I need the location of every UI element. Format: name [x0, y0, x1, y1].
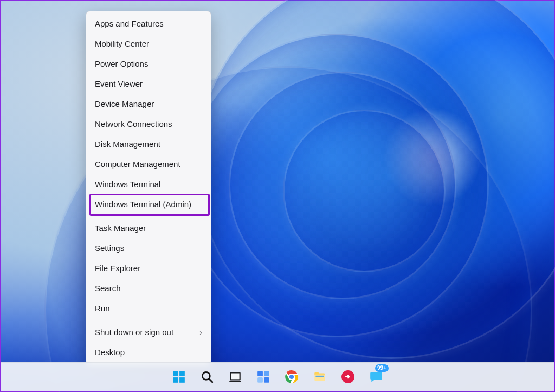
svg-rect-0	[173, 371, 178, 376]
svg-rect-12	[264, 377, 269, 383]
menu-item-label: Mobility Center	[95, 39, 149, 48]
menu-item-disk-management[interactable]: Disk Management	[86, 134, 211, 154]
desktop-wallpaper	[1, 1, 554, 391]
taskbar: 99+	[1, 362, 554, 391]
menu-item-label: Windows Terminal (Admin)	[95, 200, 191, 209]
svg-rect-2	[173, 377, 178, 383]
menu-item-label: Search	[95, 284, 121, 293]
svg-rect-16	[315, 376, 324, 377]
menu-item-label: Computer Management	[95, 159, 180, 169]
menu-item-power-options[interactable]: Power Options	[86, 54, 211, 74]
menu-item-desktop[interactable]: Desktop	[86, 342, 211, 362]
menu-item-label: File Explorer	[95, 264, 140, 273]
menu-item-label: Event Viewer	[95, 79, 143, 88]
folder-icon	[313, 370, 327, 384]
menu-separator	[89, 216, 208, 216]
task-view-icon	[228, 370, 242, 384]
svg-rect-9	[257, 371, 263, 376]
notification-badge: 99+	[375, 364, 389, 372]
taskbar-app-button[interactable]	[337, 365, 359, 388]
taskbar-widgets-button[interactable]	[252, 365, 275, 388]
start-context-menu[interactable]: Apps and FeaturesMobility CenterPower Op…	[86, 11, 211, 365]
screen: Apps and FeaturesMobility CenterPower Op…	[0, 0, 555, 392]
menu-item-label: Disk Management	[95, 139, 160, 149]
svg-rect-1	[179, 371, 185, 376]
svg-rect-11	[257, 377, 263, 383]
menu-item-windows-terminal[interactable]: Windows Terminal	[86, 174, 211, 194]
menu-item-label: Desktop	[95, 348, 125, 357]
menu-item-label: Run	[95, 304, 110, 313]
svg-rect-10	[264, 371, 269, 376]
menu-item-label: Shut down or sign out	[95, 327, 173, 337]
menu-item-windows-terminal-admin[interactable]: Windows Terminal (Admin)	[86, 194, 211, 214]
menu-item-label: Power Options	[95, 59, 148, 68]
svg-rect-8	[229, 381, 241, 382]
widgets-icon	[256, 370, 270, 384]
taskbar-notifications-button[interactable]: 99+	[365, 365, 388, 388]
menu-item-run[interactable]: Run	[86, 298, 211, 318]
menu-item-label: Network Connections	[95, 119, 172, 128]
svg-line-5	[209, 379, 212, 382]
menu-item-task-manager[interactable]: Task Manager	[86, 218, 211, 238]
taskbar-search-button[interactable]	[196, 365, 218, 388]
menu-item-label: Windows Terminal	[95, 179, 160, 189]
chevron-right-icon: ›	[199, 328, 202, 337]
svg-rect-3	[179, 377, 185, 383]
app-circle-icon	[341, 370, 355, 384]
menu-item-event-viewer[interactable]: Event Viewer	[86, 74, 211, 94]
menu-item-computer-management[interactable]: Computer Management	[86, 154, 211, 174]
menu-item-settings[interactable]: Settings	[86, 238, 211, 258]
menu-item-search[interactable]: Search	[86, 278, 211, 298]
menu-item-label: Device Manager	[95, 99, 154, 108]
menu-item-network-connections[interactable]: Network Connections	[86, 114, 211, 134]
svg-rect-7	[231, 374, 239, 380]
taskbar-taskview-button[interactable]	[224, 365, 247, 388]
menu-item-label: Task Manager	[95, 223, 146, 233]
menu-item-mobility-center[interactable]: Mobility Center	[86, 34, 211, 54]
chrome-icon	[285, 370, 299, 384]
taskbar-chrome-button[interactable]	[280, 365, 303, 388]
taskbar-explorer-button[interactable]	[308, 365, 331, 388]
windows-logo-icon	[172, 370, 186, 384]
search-icon	[200, 370, 214, 384]
menu-separator	[89, 320, 208, 320]
menu-item-file-explorer[interactable]: File Explorer	[86, 258, 211, 278]
menu-item-shut-down-or-sign-out[interactable]: Shut down or sign out›	[86, 322, 211, 342]
menu-item-label: Apps and Features	[95, 19, 164, 28]
menu-item-device-manager[interactable]: Device Manager	[86, 94, 211, 114]
menu-item-label: Settings	[95, 243, 124, 253]
taskbar-start-button[interactable]	[167, 365, 190, 388]
menu-item-apps-and-features[interactable]: Apps and Features	[86, 14, 211, 34]
